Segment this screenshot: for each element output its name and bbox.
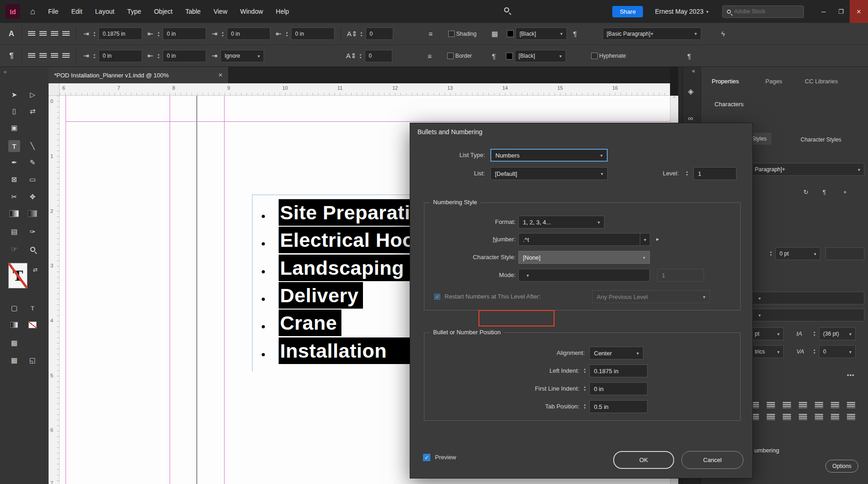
drop-cap-lines-field[interactable]: 0 [366, 27, 393, 40]
shading-checkbox[interactable] [448, 31, 455, 37]
justify-full-icon[interactable] [847, 402, 855, 408]
menu-help[interactable]: Help [276, 8, 289, 15]
indent-icon[interactable] [847, 414, 855, 420]
left-indent-field[interactable]: 0.1875 in [589, 364, 648, 377]
search-icon[interactable] [504, 7, 509, 14]
layers-icon[interactable]: ◈ [688, 87, 693, 96]
menu-layout[interactable]: Layout [95, 8, 115, 15]
border-settings-icon[interactable]: ¶ [490, 52, 498, 60]
cancel-button[interactable]: Cancel [681, 451, 743, 469]
paragraph-style-dropdown[interactable]: Paragraph]+ [751, 163, 864, 176]
justify-right-icon[interactable] [831, 402, 839, 408]
options-button[interactable]: Options [825, 460, 858, 473]
number-field[interactable]: .^t [518, 233, 640, 246]
stepper-arrows[interactable] [92, 53, 97, 59]
restore-button[interactable]: ❐ [832, 0, 850, 23]
mode-dropdown[interactable] [518, 269, 650, 282]
tracking-dropdown[interactable]: 0 [819, 345, 856, 358]
left-indent-field[interactable]: 0 in [163, 27, 206, 40]
stepper-arrows[interactable] [582, 367, 588, 374]
format-dropdown[interactable]: 1, 2, 3, 4... [518, 216, 604, 228]
tab-properties[interactable]: Properties [712, 78, 739, 85]
justify-left-icon[interactable] [28, 53, 35, 59]
pen-tool[interactable]: ✒ [8, 157, 20, 169]
type-tool[interactable]: T [8, 140, 20, 152]
new-style-icon[interactable]: + [843, 189, 847, 196]
indesign-logo[interactable]: Id [5, 4, 20, 19]
justify-left-icon[interactable] [799, 402, 807, 408]
workspace-switcher[interactable]: Ernest May 2023 ▾ [655, 8, 709, 15]
right-indent-field[interactable]: 0 in [99, 50, 142, 62]
number-dropdown-icon[interactable] [640, 233, 650, 246]
stepper-arrows[interactable] [156, 53, 161, 59]
more-options-icon[interactable]: ••• [847, 372, 855, 379]
list-dropdown[interactable]: [Default] [490, 167, 608, 180]
free-transform-tool[interactable]: ✥ [27, 191, 38, 203]
ok-button[interactable]: OK [613, 451, 674, 469]
border-color-dropdown[interactable]: [Black] [515, 50, 566, 62]
align-right-icon[interactable] [51, 31, 58, 37]
border-color-swatch[interactable] [506, 53, 513, 60]
align-center-icon[interactable] [767, 402, 775, 408]
space-before-field[interactable]: 0 in [227, 27, 270, 40]
border-checkbox[interactable] [447, 53, 454, 59]
collapse-panel-icon[interactable]: « [692, 68, 695, 74]
tab-position-field[interactable]: 0.5 in [589, 400, 648, 413]
stock-search-input[interactable] [734, 8, 789, 15]
indent-icon[interactable] [831, 414, 839, 420]
paragraph-style-dropdown[interactable]: [Basic Paragraph]+ [603, 27, 701, 40]
note-tool[interactable]: ▤ [8, 226, 20, 238]
list-line[interactable]: Landscaping [279, 255, 410, 281]
list-type-dropdown[interactable]: Numbers [490, 149, 608, 162]
formatting-affects-container-icon[interactable]: ▢ [8, 302, 20, 314]
justify-center-icon[interactable] [815, 402, 823, 408]
leading-dropdown[interactable]: (36 pt) [819, 327, 856, 340]
preview-view-icon[interactable]: ◱ [27, 354, 38, 366]
indent-icon[interactable] [783, 414, 791, 420]
indent-icon[interactable] [815, 414, 823, 420]
kerning-dropdown[interactable]: trics [751, 345, 784, 358]
tab-pages[interactable]: Pages [765, 78, 782, 85]
ruler-origin-corner[interactable] [49, 83, 60, 96]
fill-stroke-proxy[interactable]: T [8, 263, 27, 288]
align-away-spine-icon[interactable] [767, 414, 775, 420]
justify-full-icon[interactable] [62, 53, 70, 59]
character-style-dropdown[interactable]: [None] [518, 251, 650, 264]
shading-color-swatch[interactable] [507, 30, 514, 37]
minimize-button[interactable]: ─ [815, 0, 832, 23]
close-tab-icon[interactable]: ✕ [218, 72, 223, 78]
stepper-arrows[interactable] [812, 348, 817, 354]
stepper-arrows[interactable] [358, 53, 363, 59]
stepper-arrows[interactable] [156, 31, 161, 37]
keep-options-dropdown[interactable]: Ignore [220, 50, 264, 62]
swap-fill-stroke-icon[interactable]: ⇄ [29, 264, 41, 276]
gap-tool[interactable]: ⇄ [27, 105, 38, 117]
space-after-field[interactable]: 0 in [291, 27, 335, 40]
menu-file[interactable]: File [48, 8, 59, 15]
gradient-feather-tool[interactable] [27, 207, 38, 219]
stroke-weight-dropdown[interactable]: 0 pt [775, 247, 820, 260]
level-field[interactable]: 1 [693, 167, 736, 180]
menu-object[interactable]: Object [154, 8, 172, 15]
justify-icon[interactable] [62, 31, 70, 37]
margin-guide[interactable] [66, 96, 66, 484]
stepper-arrows[interactable] [285, 31, 289, 37]
preview-checkbox[interactable] [423, 454, 430, 461]
rectangle-tool[interactable]: ▭ [27, 174, 38, 185]
shading-color-dropdown[interactable]: [Black] [516, 27, 567, 40]
indent-icon[interactable] [799, 414, 807, 420]
level-stepper-arrows[interactable] [684, 170, 690, 176]
drop-cap-chars-field[interactable]: 0 [365, 50, 392, 62]
menu-edit[interactable]: Edit [71, 8, 82, 15]
normal-view-icon[interactable]: ▦ [8, 354, 20, 366]
stepper-arrows[interactable] [220, 31, 225, 37]
apply-gradient-icon[interactable] [8, 319, 20, 331]
vertical-ruler[interactable]: 0 1 2 3 4 5 6 7 [49, 96, 60, 484]
stepper-arrows[interactable] [582, 403, 588, 409]
restart-numbers-checkbox[interactable] [434, 294, 440, 300]
font-style-dropdown[interactable] [751, 309, 864, 321]
stepper-arrows[interactable] [582, 385, 588, 392]
shading-settings-icon[interactable]: ▦ [491, 30, 499, 38]
list-line[interactable]: Crane [279, 310, 341, 336]
menu-window[interactable]: Window [240, 8, 263, 15]
